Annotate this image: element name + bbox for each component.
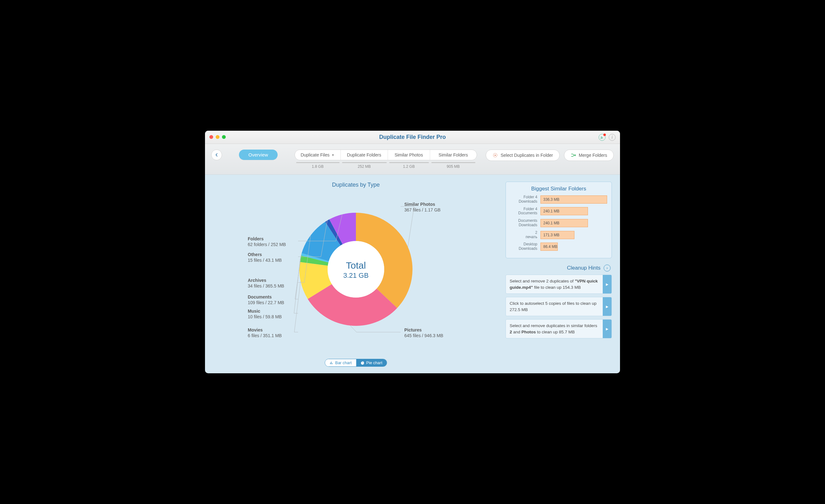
callout-detail: 34 files / 365.5 MB <box>248 283 284 289</box>
feed-icon[interactable] <box>599 134 606 141</box>
notification-badge-icon <box>603 134 606 136</box>
fullscreen-window-button[interactable] <box>222 135 226 139</box>
pie-chart-icon <box>361 361 364 365</box>
tab-size-label: 1.8 GB <box>295 162 341 169</box>
target-icon <box>493 152 498 158</box>
callout-detail: 367 files / 1.17 GB <box>404 207 441 213</box>
callout-folders: Folders62 folders / 252 MB <box>248 236 286 247</box>
cleanup-hint-go-button[interactable]: ▸ <box>603 275 611 293</box>
cleanup-hint-text: Select and remove 2 duplicates of "VPN q… <box>506 275 603 293</box>
callout-detail: 62 folders / 252 MB <box>248 242 286 247</box>
biggest-folder-bar: 240.1 MB <box>540 219 588 227</box>
toolbar: Overview Duplicate Files▼Duplicate Folde… <box>205 144 620 175</box>
biggest-folder-label: Folder 4Documents <box>510 207 537 216</box>
callout-others: Others15 files / 43.1 MB <box>248 252 282 263</box>
tab-label: Duplicate Files <box>301 152 329 157</box>
callout-title: Pictures <box>404 327 443 333</box>
tab-label: Similar Photos <box>394 152 423 157</box>
pie-chart-label: Pie chart <box>366 360 382 365</box>
cleanup-hint-card[interactable]: Select and remove 2 duplicates of "VPN q… <box>506 275 612 294</box>
bar-chart-toggle[interactable]: Bar chart <box>325 359 356 366</box>
svg-point-1 <box>495 155 496 156</box>
biggest-folder-label: DocumentsDownloads <box>510 219 537 228</box>
tab-label: Duplicate Folders <box>347 152 381 157</box>
donut-chart[interactable]: Total 3.21 GB <box>296 209 416 330</box>
cleanup-hint-go-button[interactable]: ▸ <box>603 320 611 338</box>
callout-detail: 645 files / 946.3 MB <box>404 333 443 338</box>
donut-center: Total 3.21 GB <box>343 260 369 280</box>
donut-center-value: 3.21 GB <box>343 271 369 280</box>
merge-folders-button[interactable]: Merge Folders <box>564 150 614 161</box>
tab-size-label: 252 MB <box>341 162 388 169</box>
info-icon[interactable]: i <box>609 134 616 141</box>
pie-chart-toggle[interactable]: Pie chart <box>356 359 387 366</box>
chevron-down-icon: ▼ <box>331 153 334 157</box>
cleanup-hint-card[interactable]: Click to autoselect 5 copies of files to… <box>506 297 612 316</box>
callout-detail: 6 files / 351.1 MB <box>248 333 282 338</box>
tab-duplicate-files[interactable]: Duplicate Files▼ <box>295 150 341 160</box>
biggest-panel-title: Biggest Similar Folders <box>510 186 607 192</box>
tab-size-label: 905 MB <box>430 162 477 169</box>
merge-icon <box>571 152 576 158</box>
merge-folders-label: Merge Folders <box>579 153 607 158</box>
tab-duplicate-folders[interactable]: Duplicate Folders <box>341 150 388 160</box>
tab-similar-folders[interactable]: Similar Folders <box>430 150 477 160</box>
callout-music: Music10 files / 59.8 MB <box>248 308 282 320</box>
biggest-folder-bar: 336.3 MB <box>540 195 607 203</box>
cleanup-hint-go-button[interactable]: ▸ <box>603 297 611 316</box>
overview-button[interactable]: Overview <box>239 150 278 160</box>
biggest-folder-row[interactable]: DesktopDownloads86.4 MB <box>510 242 607 251</box>
donut-center-label: Total <box>343 260 369 271</box>
callout-detail: 10 files / 59.8 MB <box>248 314 282 320</box>
chart-area: Total 3.21 GB Bar chart Pie chart Simila <box>213 191 499 367</box>
app-window: Duplicate File Finder Pro i Overview Dup… <box>205 131 620 373</box>
window-controls <box>209 135 226 139</box>
biggest-folder-label: 2печать <box>510 231 537 239</box>
hints-next-button[interactable]: › <box>604 265 611 271</box>
chart-title: Duplicates by Type <box>213 182 499 188</box>
right-column: Biggest Similar Folders Folder 4Download… <box>506 182 612 367</box>
chart-panel: Duplicates by Type Total 3.21 GB Bar cha… <box>213 182 499 367</box>
tab-size-label: 1.2 GB <box>388 162 430 169</box>
callout-title: Folders <box>248 236 286 242</box>
callout-pictures: Pictures645 files / 946.3 MB <box>404 327 443 338</box>
bar-chart-icon <box>329 361 333 365</box>
titlebar: Duplicate File Finder Pro i <box>205 131 620 144</box>
callout-title: Movies <box>248 327 282 333</box>
callout-title: Music <box>248 308 282 314</box>
callout-similar-photos: Similar Photos367 files / 1.17 GB <box>404 201 441 213</box>
callout-title: Similar Photos <box>404 201 441 207</box>
biggest-folder-bar: 171.3 MB <box>540 231 575 239</box>
biggest-folder-row[interactable]: Folder 4Documents240.1 MB <box>510 207 607 216</box>
select-duplicates-label: Select Duplicates in Folder <box>501 153 553 158</box>
callout-title: Documents <box>248 294 284 300</box>
callout-title: Others <box>248 252 282 257</box>
biggest-folder-row[interactable]: DocumentsDownloads240.1 MB <box>510 219 607 228</box>
callout-documents: Documents109 files / 22.7 MB <box>248 294 284 306</box>
callout-movies: Movies6 files / 351.1 MB <box>248 327 282 338</box>
biggest-folder-label: Folder 4Downloads <box>510 195 537 204</box>
tab-label: Similar Folders <box>439 152 468 157</box>
main-content: Duplicates by Type Total 3.21 GB Bar cha… <box>205 175 620 373</box>
biggest-folder-row[interactable]: 2печать171.3 MB <box>510 231 607 239</box>
back-button[interactable] <box>211 150 222 160</box>
minimize-window-button[interactable] <box>216 135 219 139</box>
chart-type-toggle: Bar chart Pie chart <box>325 359 387 367</box>
cleanup-hint-card[interactable]: Select and remove duplicates in similar … <box>506 319 612 338</box>
callout-detail: 15 files / 43.1 MB <box>248 257 282 263</box>
cleanup-hint-text: Click to autoselect 5 copies of files to… <box>506 297 603 316</box>
bar-chart-label: Bar chart <box>335 360 352 365</box>
window-title: Duplicate File Finder Pro <box>379 134 446 141</box>
tab-similar-photos[interactable]: Similar Photos <box>388 150 430 160</box>
biggest-similar-folders-panel: Biggest Similar Folders Folder 4Download… <box>506 182 612 258</box>
close-window-button[interactable] <box>209 135 213 139</box>
biggest-folder-label: DesktopDownloads <box>510 242 537 251</box>
biggest-folder-row[interactable]: Folder 4Downloads336.3 MB <box>510 195 607 204</box>
hints-title: Cleanup Hints <box>507 265 601 271</box>
biggest-folder-bar: 240.1 MB <box>540 207 588 215</box>
callout-title: Archives <box>248 277 284 283</box>
category-tabs: Duplicate Files▼Duplicate FoldersSimilar… <box>295 150 477 169</box>
callout-archives: Archives34 files / 365.5 MB <box>248 277 284 289</box>
biggest-folder-bar: 86.4 MB <box>540 243 558 251</box>
select-duplicates-in-folder-button[interactable]: Select Duplicates in Folder <box>486 150 559 161</box>
